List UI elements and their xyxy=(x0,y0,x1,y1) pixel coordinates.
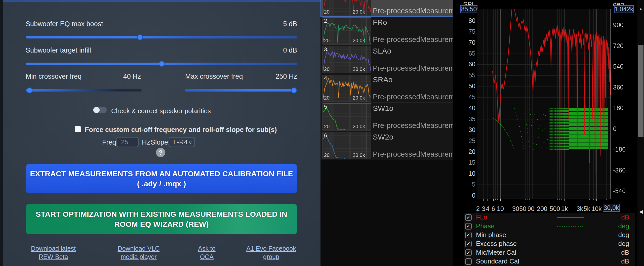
measurement-row[interactable]: 32020,0kSLAoPre-processedMeasurements_ xyxy=(320,45,453,74)
spl-tick: 10 xyxy=(454,170,475,177)
vertical-scrollbar-thumb[interactable] xyxy=(638,45,643,137)
measurement-number: 5 xyxy=(324,104,327,110)
min-crossover-label: Min crossover freq xyxy=(26,73,82,80)
checkbox-unchecked-icon[interactable] xyxy=(465,258,472,265)
deg-tick: 360 xyxy=(613,84,624,91)
start-optimization-button[interactable]: START OPTIMIZATION WITH EXISTING MEASURE… xyxy=(26,204,297,234)
deg-tick: -180 xyxy=(613,146,626,153)
measurement-name: SRAo xyxy=(373,75,392,84)
checkbox-checked-icon[interactable]: ✓ xyxy=(465,214,472,221)
spl-tick: 55 xyxy=(454,72,475,79)
measurement-row[interactable]: 12020,0kPre-processedMeasurements_ xyxy=(320,0,453,17)
legend-unit: dB xyxy=(621,257,629,265)
sub-target-infill-slider[interactable] xyxy=(26,63,297,65)
slider-handle[interactable] xyxy=(27,87,32,93)
thumb-max-freq: 20,0k xyxy=(353,38,365,43)
legend-label: Mic/Meter Cal xyxy=(476,249,516,256)
checkbox-checked-icon[interactable]: ✓ xyxy=(465,249,472,256)
thumb-max-freq: 20,0k xyxy=(353,95,365,101)
start-button-line2: ROOM EQ WIZARD (REW) xyxy=(114,219,209,229)
slider-handle[interactable] xyxy=(159,61,165,67)
max-crossover-label: Max crossover freq xyxy=(185,73,243,80)
thumb-min-freq: 20 xyxy=(324,9,330,15)
checkbox-checked-icon[interactable]: ✓ xyxy=(465,232,472,238)
thumb-min-freq: 20 xyxy=(324,152,330,158)
extract-measurements-button[interactable]: EXTRACT MEASUREMENTS FROM AN AUTOMATED C… xyxy=(26,164,297,193)
deg-tick: 0 xyxy=(613,125,617,132)
toggle-knob-icon xyxy=(93,107,100,113)
legend-unit: dB xyxy=(621,213,629,221)
thumb-max-freq: 20,0k xyxy=(353,152,365,158)
legend-line-sample xyxy=(557,217,584,218)
slope-select[interactable]: L-R4 ∨ xyxy=(169,137,195,147)
min-crossover-slider[interactable] xyxy=(26,89,142,92)
legend-row: ✓FLodB xyxy=(464,213,635,222)
scroll-left-icon[interactable]: ◄ xyxy=(638,208,644,215)
checkbox-checked-icon[interactable]: ✓ xyxy=(465,241,472,247)
legend-unit: deg xyxy=(618,240,629,248)
link-download-rew[interactable]: Download latestREW Beta xyxy=(21,244,86,261)
slider-handle[interactable] xyxy=(137,34,143,40)
sub-eq-max-boost-label: Subwoofer EQ max boost xyxy=(26,20,103,28)
measurement-list: 12020,0kPre-processedMeasurements_22020,… xyxy=(320,0,453,266)
link-ask-oca[interactable]: Ask toOCA xyxy=(174,244,239,261)
app-root: Subwoofer EQ max boost 5 dB Subwoofer ta… xyxy=(0,0,644,266)
extract-button-line2: ( .ady / .mqx ) xyxy=(137,179,186,189)
thumb-max-freq: 20,0k xyxy=(353,66,365,72)
spl-tick: 60 xyxy=(454,61,475,68)
extract-button-line1: EXTRACT MEASUREMENTS FROM AN AUTOMATED C… xyxy=(30,169,293,179)
freq-label: Freq: xyxy=(102,139,118,146)
freq-input[interactable] xyxy=(116,137,139,147)
chevron-down-icon: ∨ xyxy=(188,140,192,146)
sub-eq-max-boost-value: 5 dB xyxy=(283,20,297,28)
link-facebook-group[interactable]: A1 Evo Facebookgroup xyxy=(238,244,304,261)
trace-legend: ✓FLodB✓Phasedeg✓Min phasedeg✓Excess phas… xyxy=(464,213,635,266)
thumb-min-freq: 20 xyxy=(324,124,330,129)
sub-eq-max-boost-slider[interactable] xyxy=(26,36,297,38)
slider-handle[interactable] xyxy=(291,87,297,93)
deg-tick: -360 xyxy=(613,167,626,174)
legend-row: ✓Min phasedeg xyxy=(464,231,635,239)
spl-tick: 40 xyxy=(454,104,475,112)
measurement-file: Pre-processedMeasurements_ xyxy=(373,35,453,44)
deg-tick: 540 xyxy=(613,63,624,70)
measurement-row[interactable]: 42020,0kSRAoPre-processedMeasurements_ xyxy=(320,74,453,103)
measurement-row[interactable]: 62020,0kSW2oPre-processedMeasurements_ xyxy=(320,131,453,160)
left-edge-strip xyxy=(0,0,3,266)
start-button-line1: START OPTIMIZATION WITH EXISTING MEASURE… xyxy=(36,209,287,219)
freq-max-box[interactable]: 30,0k xyxy=(603,204,620,212)
legend-row: ✓Mic/Meter CaldB xyxy=(464,248,635,257)
spl-phase-plot[interactable] xyxy=(475,8,614,204)
spl-tick: 5 xyxy=(454,181,475,188)
force-custom-checkbox[interactable] xyxy=(75,126,81,132)
legend-label: Soundcard Cal xyxy=(476,257,519,265)
slope-label: Slope: xyxy=(151,139,170,146)
polarity-toggle-label: Check & correct speaker polarities xyxy=(111,107,211,115)
deg-max-box[interactable]: 1,042k xyxy=(614,5,634,13)
legend-unit: deg xyxy=(618,231,629,239)
measurement-row[interactable]: 52020,0kSW1oPre-processedMeasurements_ xyxy=(320,103,453,131)
max-crossover-slider[interactable] xyxy=(185,89,297,92)
deg-tick: 720 xyxy=(613,42,624,50)
max-crossover-value: 250 Hz xyxy=(275,73,297,80)
spl-tick: 35 xyxy=(454,115,475,123)
spl-max-box[interactable]: 85,50 xyxy=(460,5,477,13)
thumb-min-freq: 20 xyxy=(324,38,330,43)
legend-label: Min phase xyxy=(476,231,506,239)
checkbox-checked-icon[interactable]: ✓ xyxy=(465,223,472,230)
min-crossover-value: 40 Hz xyxy=(118,73,146,80)
scroll-up-icon[interactable]: ▲ xyxy=(638,7,643,12)
deg-tick: -540 xyxy=(613,187,626,195)
spl-tick: 65 xyxy=(454,50,475,57)
legend-unit: deg xyxy=(618,222,629,230)
measurement-number: 3 xyxy=(324,46,327,53)
link-download-vlc[interactable]: Download VLCmedia player xyxy=(106,244,171,261)
measurement-file: Pre-processedMeasurements_ xyxy=(373,150,453,158)
sub-target-infill-label: Subwoofer target infill xyxy=(26,47,91,54)
measurement-name: SW1o xyxy=(373,104,393,113)
polarity-toggle[interactable] xyxy=(93,107,107,113)
measurement-file: Pre-processedMeasurements_ xyxy=(373,93,453,101)
help-button[interactable]: ? xyxy=(156,148,165,157)
measurement-row[interactable]: 22020,0kFRoPre-processedMeasurements_ xyxy=(320,17,453,45)
spl-tick: 70 xyxy=(454,39,475,46)
